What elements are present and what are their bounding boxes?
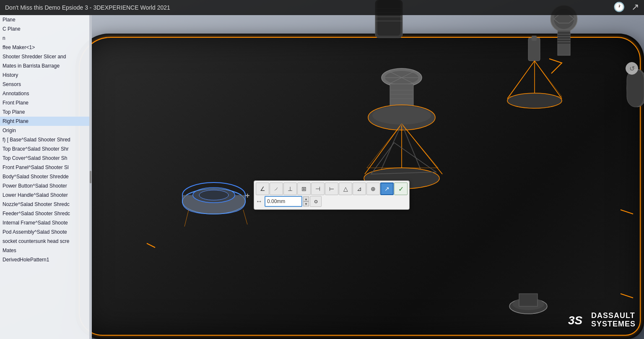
sidebar-item-power-button[interactable]: Power Button^Salad Shooter [0, 181, 90, 190]
snap-btn[interactable]: ⊙ [310, 196, 322, 207]
title-bar: Don't Miss this Demo Epsiode 3 - 3DEXPER… [0, 0, 644, 15]
angle-tool-btn[interactable]: ∠ [256, 183, 269, 195]
sidebar-item-front-panel[interactable]: Front Panel^Salad Shooter Sl [0, 163, 90, 172]
clock-icon[interactable]: 🕐 [613, 2, 625, 13]
sidebar-item-derived-hole[interactable]: DerivedHolePattern1 [0, 255, 90, 264]
sidebar-item-origin[interactable]: Origin [0, 126, 90, 135]
reload-btn[interactable]: ↺ [626, 62, 638, 75]
sidebar-item-base-salad[interactable]: f) [ Base^Salad Shooter Shred [0, 135, 90, 144]
line-tool-btn[interactable]: ⟋ [270, 183, 283, 195]
toolbar-row-2: ↔ ▲ ▼ ⊙ [256, 196, 408, 207]
sidebar-item-socket-countersunk[interactable]: socket countersunk head scre [0, 237, 90, 246]
sidebar-item-nozzle[interactable]: Nozzle^Salad Shooter Shredc [0, 200, 90, 209]
sidebar-item-top-brace[interactable]: Top Brace^Salad Shooter Shr [0, 144, 90, 154]
window-title: Don't Miss this Demo Epsiode 3 - 3DEXPER… [5, 4, 170, 11]
sidebar-item-feeder[interactable]: Feeder^Salad Shooter Shredc [0, 209, 90, 218]
dimension-input[interactable] [265, 196, 302, 207]
sidebar-item-shooter-shredder[interactable]: Shooter Shredder Slicer and [0, 52, 90, 61]
top-right-icons: 🕐 ↗ [613, 2, 639, 13]
ds-logo-icon: 3S [566, 310, 587, 331]
sidebar-item-annotations[interactable]: Annotations [0, 89, 90, 98]
sidebar-item-history[interactable]: History [0, 70, 90, 80]
toolbar-row-1: ∠ ⟋ ⊥ ⊞ ⊣ ⊢ △ ⊿ ⊕ ↗ ✓ [256, 183, 408, 195]
3d-viewport[interactable]: + [0, 0, 644, 339]
sidebar-item-mates[interactable]: Mates [0, 246, 90, 255]
sidebar-item-mates-barrista[interactable]: Mates in Barrista Barrage [0, 61, 90, 70]
dassault-logo: 3S DASSAULT SYSTEMES [566, 310, 636, 331]
toolbar-panel[interactable]: ∠ ⟋ ⊥ ⊞ ⊣ ⊢ △ ⊿ ⊕ ↗ ✓ ↔ ▲ ▼ ⊙ [254, 180, 410, 210]
feature-tree-sidebar[interactable]: PlaneC Planenffee Maker<1>Shooter Shredd… [0, 15, 90, 339]
sidebar-item-right-plane[interactable]: Right Plane [0, 117, 90, 126]
sidebar-item-lower-handle[interactable]: Lower Handle^Salad Shooter [0, 190, 90, 200]
sidebar-item-c-plane[interactable]: C Plane [0, 24, 90, 34]
sidebar-item-front-plane[interactable]: Front Plane [0, 98, 90, 107]
angle-measure-btn[interactable]: ⊿ [353, 183, 366, 195]
logo-text: DASSAULT SYSTEMES [591, 312, 636, 329]
move-arrow-btn[interactable]: ↗ [380, 183, 394, 195]
logo-line1: DASSAULT [591, 312, 636, 320]
sidebar-item-coffee-maker[interactable]: ffee Maker<1> [0, 43, 90, 52]
sidebar-item-internal-frame[interactable]: Internal Frame^Salad Shoote [0, 218, 90, 227]
sidebar-item-plane-top[interactable]: Plane [0, 15, 90, 24]
logo-line2: SYSTEMES [591, 320, 636, 329]
center-point-btn[interactable]: ⊕ [366, 183, 380, 195]
grid-snap-btn[interactable]: ⊞ [297, 183, 311, 195]
svg-text:3S: 3S [568, 314, 583, 327]
sidebar-item-top-plane[interactable]: Top Plane [0, 107, 90, 117]
sidebar-item-pod-assembly[interactable]: Pod Assembly^Salad Shoote [0, 227, 90, 237]
dimension-spinner[interactable]: ▲ ▼ [303, 196, 309, 206]
sidebar-item-body-salad[interactable]: Body^Salad Shooter Shredde [0, 172, 90, 181]
sidebar-resize-handle[interactable] [89, 15, 92, 339]
sidebar-item-top-cover[interactable]: Top Cover^Salad Shooter Sh [0, 154, 90, 163]
triangle-tool-btn[interactable]: △ [339, 183, 352, 195]
spin-up-btn[interactable]: ▲ [303, 196, 309, 201]
sidebar-item-n-item[interactable]: n [0, 34, 90, 43]
spin-down-btn[interactable]: ▼ [303, 201, 309, 206]
right-constraint-btn[interactable]: ⊢ [325, 183, 338, 195]
dimension-icon: ↔ [256, 198, 262, 205]
left-constraint-btn[interactable]: ⊣ [311, 183, 325, 195]
confirm-btn[interactable]: ✓ [394, 183, 408, 195]
perpendicular-btn[interactable]: ⊥ [283, 183, 297, 195]
sidebar-item-sensors[interactable]: Sensors [0, 80, 90, 89]
share-icon[interactable]: ↗ [631, 2, 639, 13]
